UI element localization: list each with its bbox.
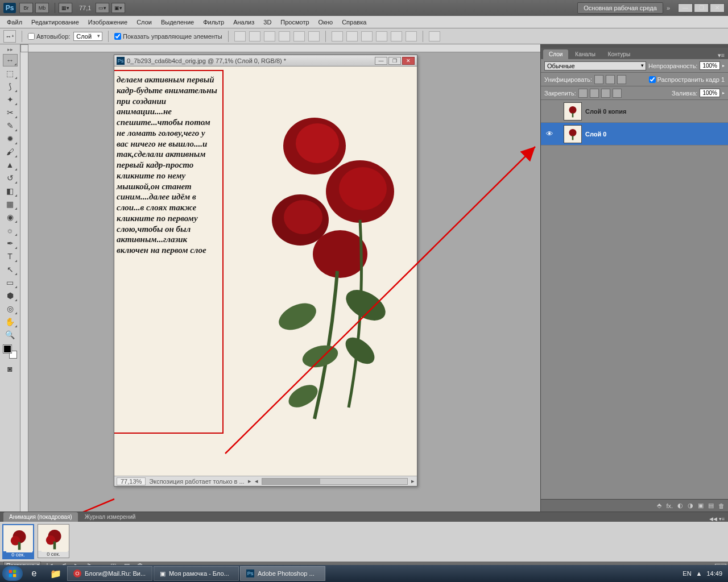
align-icon[interactable] (293, 31, 305, 41)
crop-tool[interactable]: ✂ (3, 106, 18, 119)
align-icon[interactable] (308, 31, 320, 41)
align-icon[interactable] (264, 31, 275, 41)
lock-pos-icon[interactable] (601, 89, 610, 98)
layer-thumb[interactable] (564, 102, 582, 120)
animation-frame[interactable]: 2 0 сек. (38, 524, 69, 558)
menu-analysis[interactable]: Анализ (229, 19, 259, 26)
tab-paths[interactable]: Контуры (602, 49, 636, 59)
menu-3d[interactable]: 3D (259, 19, 276, 26)
eyedropper-tool[interactable]: ✎ (3, 119, 18, 132)
tray-arrow-icon[interactable]: ▲ (696, 570, 702, 577)
menu-layer[interactable]: Слои (132, 19, 156, 26)
document-titlebar[interactable]: Ps 0_7b293_cda6b4cd_orig.jpg @ 77,1% (Сл… (114, 55, 417, 66)
showcontrols-checkbox[interactable]: Показать управляющие элементы (114, 33, 222, 40)
doc-status-text[interactable]: Экспозиция работает только в ... (149, 478, 244, 485)
menu-edit[interactable]: Редактирование (27, 19, 84, 26)
fill-field[interactable]: 100% (700, 89, 720, 97)
delete-layer-icon[interactable]: 🗑 (718, 502, 725, 509)
menu-filter[interactable]: Фильтр (198, 19, 229, 26)
animation-frame[interactable]: 1 0 сек. (2, 524, 34, 559)
menu-file[interactable]: Файл (2, 19, 27, 26)
tab-channels[interactable]: Каналы (569, 49, 601, 59)
menu-image[interactable]: Изображение (84, 19, 132, 26)
distribute-icon[interactable] (376, 31, 387, 41)
arrange-button[interactable]: ▭▾ (96, 3, 109, 13)
menu-window[interactable]: Окно (314, 19, 338, 26)
lock-all-icon[interactable] (613, 89, 622, 98)
ie-icon[interactable]: e (24, 566, 44, 581)
doc-zoom[interactable]: 77,13% (117, 477, 146, 485)
color-swatch[interactable] (3, 345, 17, 359)
doc-close-button[interactable]: ✕ (402, 57, 415, 65)
adjustment-icon[interactable]: ◑ (688, 502, 693, 509)
lang-indicator[interactable]: EN (682, 570, 691, 577)
layer-row[interactable]: 👁 Слой 0 (541, 123, 728, 146)
pen-tool[interactable]: ✒ (3, 237, 18, 250)
lock-trans-icon[interactable] (578, 89, 588, 98)
align-icon[interactable] (279, 31, 290, 41)
unify-vis-icon[interactable] (606, 75, 615, 84)
taskbar-task[interactable]: ▣Моя рамочка - Бло... (154, 566, 239, 581)
unify-style-icon[interactable] (617, 75, 626, 84)
bridge-button[interactable]: Br (19, 3, 33, 13)
unify-pos-icon[interactable] (594, 75, 603, 84)
doc-minimize-button[interactable]: — (375, 57, 387, 65)
explorer-icon[interactable]: 📁 (46, 566, 66, 581)
healing-tool[interactable]: ✹ (3, 132, 18, 145)
lasso-tool[interactable]: ⟆ (3, 80, 18, 93)
group-icon[interactable]: ▣ (698, 502, 704, 509)
ruler-vertical[interactable] (20, 52, 28, 512)
clock[interactable]: 14:49 (706, 570, 722, 577)
wand-tool[interactable]: ✦ (3, 93, 18, 106)
distribute-icon[interactable] (361, 31, 373, 41)
eraser-tool[interactable]: ◧ (3, 185, 18, 197)
view-extras-button[interactable]: ▦▾ (59, 3, 72, 13)
dodge-tool[interactable]: ☼ (3, 224, 18, 236)
system-tray[interactable]: EN ▲ 14:49 (682, 570, 726, 577)
ruler-horizontal[interactable] (28, 44, 540, 52)
distribute-icon[interactable] (406, 31, 417, 41)
minibridge-button[interactable]: Mb (35, 3, 49, 13)
layer-name[interactable]: Слой 0 (585, 131, 606, 138)
start-button[interactable] (2, 566, 23, 581)
3d-tool[interactable]: ⬢ (3, 289, 18, 302)
shape-tool[interactable]: ▭ (3, 276, 18, 289)
autoselect-checkbox[interactable]: Автовыбор: (28, 33, 70, 40)
auto-align-icon[interactable] (429, 31, 440, 41)
layer-thumb[interactable] (564, 125, 582, 143)
menu-view[interactable]: Просмотр (276, 19, 313, 26)
taskbar-task[interactable]: PsAdobe Photoshop ... (240, 566, 325, 581)
align-icon[interactable] (249, 31, 260, 41)
distribute-icon[interactable] (332, 31, 343, 41)
type-tool[interactable]: T (3, 250, 18, 263)
3d-camera-tool[interactable]: ◎ (3, 302, 18, 315)
fx-icon[interactable]: fx. (666, 502, 673, 509)
marquee-tool[interactable]: ⬚ (3, 67, 18, 80)
link-layers-icon[interactable]: ⬘ (657, 502, 661, 509)
autoselect-combo[interactable]: Слой (73, 32, 102, 41)
distribute-icon[interactable] (346, 31, 358, 41)
layer-name[interactable]: Слой 0 копия (585, 108, 626, 115)
propagate-checkbox[interactable]: Распространить кадр 1 (649, 76, 725, 83)
align-icon[interactable] (234, 31, 246, 41)
screen-mode-button[interactable]: ▣▾ (111, 3, 125, 13)
opacity-field[interactable]: 100% (700, 61, 720, 70)
zoom-tool[interactable]: 🔍 (3, 329, 18, 341)
tab-layers[interactable]: Слои (543, 49, 568, 59)
hand-tool[interactable]: ✋ (3, 315, 18, 328)
minimize-button[interactable]: — (678, 3, 693, 13)
close-button[interactable]: ✕ (710, 3, 725, 13)
gradient-tool[interactable]: ▦ (3, 198, 18, 210)
doc-hscroll[interactable] (262, 478, 408, 485)
taskbar-task[interactable]: OБлоги@Mail.Ru: Ви... (67, 566, 152, 581)
menu-select[interactable]: Выделение (156, 19, 198, 26)
workspace-switcher[interactable]: Основная рабочая среда (577, 2, 663, 14)
path-tool[interactable]: ↖ (3, 263, 18, 276)
document-canvas[interactable]: делаем активным первый кадр-будьте внима… (114, 66, 417, 476)
menu-help[interactable]: Справка (337, 19, 371, 26)
brush-tool[interactable]: 🖌 (3, 146, 18, 158)
maximize-button[interactable]: ❐ (694, 3, 709, 13)
visibility-icon[interactable] (544, 106, 555, 117)
distribute-icon[interactable] (391, 31, 402, 41)
panel-menu-icon[interactable]: ▾≡ (714, 52, 728, 59)
